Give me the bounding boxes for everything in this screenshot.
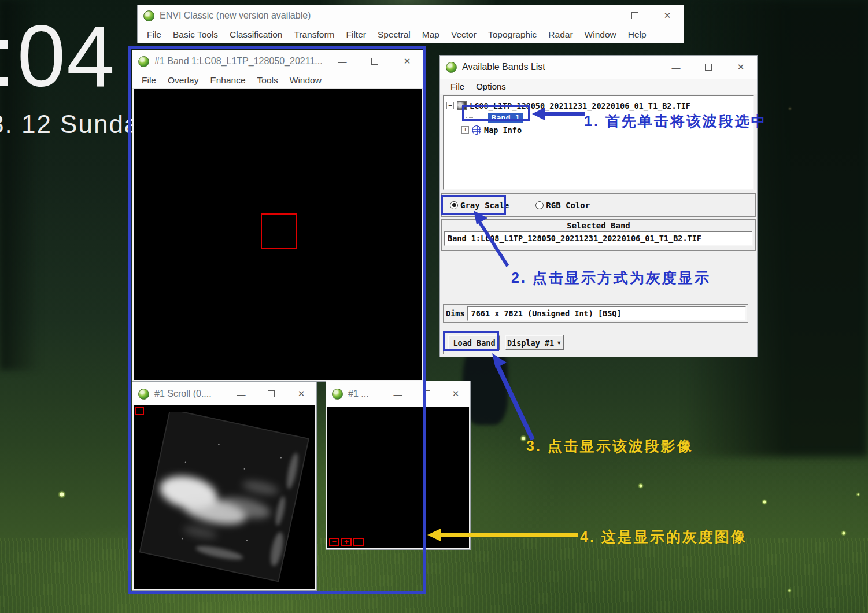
dropdown-arrow-icon: ▼ [556,340,562,346]
load-band-button[interactable]: Load Band [448,335,500,350]
display-mode-panel: Gray Scale RGB Color [441,193,756,217]
rgb-color-radio[interactable]: RGB Color [535,201,590,210]
minimize-button[interactable]: — [326,50,359,72]
band-checkbox[interactable] [477,115,483,121]
band-image-canvas[interactable] [134,89,422,380]
menu-topographic[interactable]: Topographic [482,29,542,40]
satellite-image [138,412,313,589]
envi-app-icon [446,62,457,73]
crosshair-toggle-button[interactable] [353,538,364,546]
zoom-window: #1 ... — ✕ − + [326,381,471,550]
zoom-in-button[interactable]: + [341,538,352,546]
envi-app-icon [332,389,343,400]
menu-file[interactable]: File [445,82,470,91]
close-button[interactable]: ✕ [286,382,316,405]
maximize-icon [371,58,378,65]
selected-band-header: Selected Band [442,221,755,230]
zoom-extent-indicator[interactable] [261,213,297,249]
selected-band-value: Band 1:LC08_L1TP_128050_20211231_2022010… [448,234,701,243]
menu-options[interactable]: Options [470,82,512,91]
map-info-globe-icon [472,125,481,135]
close-button[interactable]: ✕ [725,56,757,79]
tree-connector [466,117,474,118]
display-select-label: Display #1 [507,338,554,348]
maximize-button[interactable] [692,56,725,79]
dims-label: Dims [446,309,465,318]
minimize-button[interactable]: — [383,381,412,407]
maximize-button[interactable] [412,381,441,407]
load-panel: Load Band Display #1 ▼ [443,331,564,354]
menu-filter[interactable]: Filter [340,29,371,40]
available-bands-list-window: Available Bands List — ✕ File Options − … [439,55,758,357]
scroll-window-title: #1 Scroll (0.... [154,389,212,399]
tree-band-item-selected[interactable]: Band 1 [488,113,523,123]
close-button[interactable]: ✕ [391,50,423,72]
tree-collapse-icon[interactable]: − [446,102,454,109]
zoom-controls: − + [329,538,364,546]
clock-date: 8. 12 Sunday [0,110,153,139]
radio-unselected-icon [535,201,544,209]
menu-vector[interactable]: Vector [445,29,482,40]
radio-selected-icon [450,201,458,209]
band-display-window: #1 Band 1:LC08_L1TP_128050_20211... — ✕ … [132,50,424,382]
view-extent-indicator[interactable] [135,407,144,415]
rgb-color-label: RGB Color [546,201,590,210]
tree-map-info-item[interactable]: Map Info [484,125,522,135]
envi-main-title: ENVI Classic (new version available) [160,10,311,21]
menu-file[interactable]: File [141,29,167,40]
minimize-button[interactable]: — [660,56,692,79]
tree-file-item[interactable]: LC08_L1TP_128050_20211231_20220106_01_T1… [470,101,690,110]
menu-tools[interactable]: Tools [252,75,284,86]
envi-app-icon [138,389,149,400]
raster-file-icon [457,101,467,110]
scroll-window: #1 Scroll (0.... — ✕ [132,382,317,591]
maximize-icon [268,390,275,397]
close-button[interactable]: ✕ [651,5,684,26]
menu-overlay[interactable]: Overlay [162,75,204,86]
menu-window[interactable]: Window [579,29,622,40]
dims-value: 7661 x 7821 (Unsigned Int) [BSQ] [471,309,622,318]
gray-scale-label: Gray Scale [460,201,509,210]
selected-band-panel: Selected Band Band 1:LC08_L1TP_128050_20… [441,219,756,251]
menu-file[interactable]: File [136,75,162,86]
display-select-button[interactable]: Display #1 ▼ [505,335,564,350]
menu-spectral[interactable]: Spectral [372,29,416,40]
scroll-image-canvas[interactable] [134,405,315,589]
maximize-icon [423,390,430,397]
menu-enhance[interactable]: Enhance [204,75,251,86]
zoom-out-button[interactable]: − [329,538,339,546]
minimize-button[interactable]: — [586,5,619,26]
gray-scale-radio[interactable]: Gray Scale [450,201,509,210]
envi-app-icon [138,56,149,67]
clock-time: :04 [0,13,116,99]
maximize-button[interactable] [619,5,651,26]
menu-basic-tools[interactable]: Basic Tools [167,29,224,40]
zoom-image-canvas[interactable]: − + [327,407,469,548]
close-button[interactable]: ✕ [441,381,470,407]
maximize-button[interactable] [256,382,286,405]
menu-transform[interactable]: Transform [288,29,340,40]
menu-classification[interactable]: Classification [224,29,288,40]
zoom-window-title: #1 ... [348,389,369,399]
envi-app-icon [143,10,154,21]
bands-list-title: Available Bands List [462,62,545,72]
bands-tree-panel: − LC08_L1TP_128050_20211231_20220106_01_… [443,95,754,190]
tree-expand-icon[interactable]: + [461,126,469,134]
envi-main-window: ENVI Classic (new version available) — ✕… [137,5,684,43]
dims-panel: Dims 7661 x 7821 (Unsigned Int) [BSQ] [443,304,748,323]
menu-window[interactable]: Window [284,75,327,86]
maximize-icon [631,12,638,19]
maximize-icon [705,64,712,71]
band-window-title: #1 Band 1:LC08_L1TP_128050_20211... [154,56,322,67]
maximize-button[interactable] [359,50,391,72]
minimize-button[interactable]: — [226,382,256,405]
menu-help[interactable]: Help [622,29,652,40]
menu-radar[interactable]: Radar [542,29,578,40]
menu-map[interactable]: Map [416,29,445,40]
